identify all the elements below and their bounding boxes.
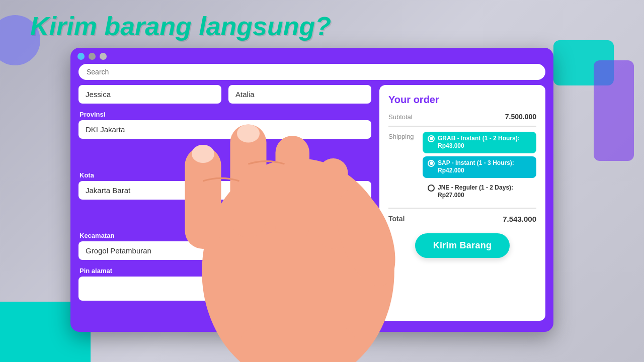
grab-label: GRAB - Instant (1 - 2 Hours): xyxy=(438,135,520,142)
radio-sap xyxy=(428,160,435,167)
total-label: Total xyxy=(388,215,405,223)
divider-1 xyxy=(388,126,536,127)
radio-jne xyxy=(428,185,435,192)
province-field: Provinsi xyxy=(78,111,371,164)
window-dot-gray2[interactable] xyxy=(100,53,107,60)
search-text: Search xyxy=(87,68,109,76)
total-row: Total 7.543.000 xyxy=(388,212,536,223)
district-postal-row: Kecamatan Kode Pos xyxy=(78,232,371,260)
divider-2 xyxy=(388,208,536,209)
form-area: Provinsi Kota Kecamatan Kode Pos xyxy=(70,85,553,329)
grab-price: Rp43.000 xyxy=(438,142,464,149)
postal-field: Kode Pos xyxy=(228,232,371,260)
city-label: Kota xyxy=(78,171,371,179)
first-name-field xyxy=(78,85,221,104)
shipping-label: Shipping xyxy=(388,132,419,203)
pin-field: Pin alamat xyxy=(78,267,371,321)
order-panel: Your order Subtotal 7.500.000 Shipping G… xyxy=(379,85,545,321)
jne-text: JNE - Reguler (1 - 2 Days): Rp27.000 xyxy=(438,184,513,200)
jne-label: JNE - Reguler (1 - 2 Days): xyxy=(438,184,513,191)
district-input[interactable] xyxy=(78,241,221,260)
city-field: Kota xyxy=(78,171,371,225)
bg-purple-right xyxy=(594,60,634,161)
subtotal-row: Subtotal 7.500.000 xyxy=(388,111,536,123)
sap-text: SAP - Instant (1 - 3 Hours): Rp42.000 xyxy=(438,159,514,175)
sap-price: Rp42.000 xyxy=(438,167,464,174)
pin-input[interactable] xyxy=(78,277,371,301)
window-dot-blue[interactable] xyxy=(77,53,85,60)
left-form: Provinsi Kota Kecamatan Kode Pos xyxy=(78,85,371,321)
first-name-input[interactable] xyxy=(78,85,221,104)
grab-text: GRAB - Instant (1 - 2 Hours): Rp43.000 xyxy=(438,135,520,150)
shipping-section: Shipping GRAB - Instant (1 - 2 Hours): R… xyxy=(388,132,536,203)
postal-input[interactable] xyxy=(228,241,371,260)
search-bar-container: Search xyxy=(70,64,553,85)
order-title: Your order xyxy=(388,94,536,106)
city-input[interactable] xyxy=(78,181,371,200)
subtotal-value: 7.500.000 xyxy=(505,113,536,121)
browser-titlebar xyxy=(70,48,553,64)
kirim-barang-button[interactable]: Kirim Barang xyxy=(415,233,510,258)
search-bar[interactable]: Search xyxy=(78,64,545,80)
postal-label: Kode Pos xyxy=(228,232,371,239)
pin-label: Pin alamat xyxy=(78,267,371,275)
radio-grab xyxy=(428,135,435,142)
province-label: Provinsi xyxy=(78,111,371,118)
shipping-option-grab[interactable]: GRAB - Instant (1 - 2 Hours): Rp43.000 xyxy=(423,132,536,153)
shipping-option-jne[interactable]: JNE - Reguler (1 - 2 Days): Rp27.000 xyxy=(423,181,536,203)
browser-window: Search Provinsi Kota xyxy=(70,48,553,332)
shipping-options-list: GRAB - Instant (1 - 2 Hours): Rp43.000 S… xyxy=(423,132,536,203)
district-label: Kecamatan xyxy=(78,232,221,239)
window-dot-gray1[interactable] xyxy=(89,53,96,60)
province-input[interactable] xyxy=(78,120,371,139)
jne-price: Rp27.000 xyxy=(438,192,464,199)
last-name-input[interactable] xyxy=(228,85,371,104)
district-field: Kecamatan xyxy=(78,232,221,260)
last-name-field xyxy=(228,85,371,104)
name-row xyxy=(78,85,371,104)
subtotal-label: Subtotal xyxy=(388,113,413,121)
total-value: 7.543.000 xyxy=(503,215,536,223)
sap-label: SAP - Instant (1 - 3 Hours): xyxy=(438,159,514,166)
page-heading: Kirim barang langsung? xyxy=(30,11,331,41)
shipping-option-sap[interactable]: SAP - Instant (1 - 3 Hours): Rp42.000 xyxy=(423,156,536,178)
